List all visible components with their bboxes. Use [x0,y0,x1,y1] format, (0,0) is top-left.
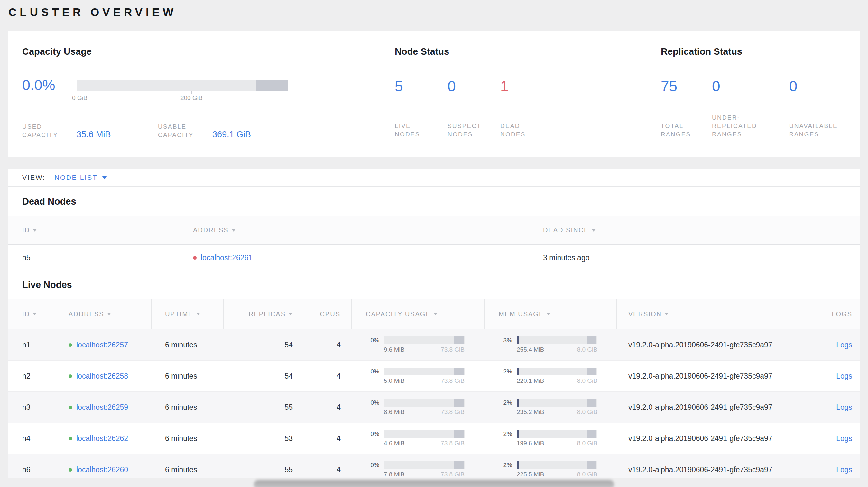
mem-usage-meter: 3% 255.4 MiB 8.0 GiB [485,329,617,360]
sort-arrow-icon [665,313,669,315]
capacity-bar [76,80,288,91]
logs-link[interactable]: Logs [836,403,852,412]
suspect-nodes-stat: 0 SUSPECT NODES [447,78,500,139]
node-address-link[interactable]: localhost:26257 [76,340,128,349]
capacity-usage-section: Capacity Usage 0.0% 0 GiB 200 GiB USED [22,45,389,139]
dead-nodes-label: DEAD NODES [500,122,540,139]
version-cell: v19.2.0-alpha.20190606-2491-gfe735c9a97 [617,329,817,360]
logs-link[interactable]: Logs [836,340,852,349]
replicas-cell: 55 [224,454,304,478]
axis-tick [191,91,192,94]
node-address-link[interactable]: localhost:26262 [76,434,128,443]
capacity-bar [384,461,465,469]
uptime-cell: 6 minutes [152,392,224,423]
total-ranges-stat: 75 TOTAL RANGES [661,78,712,139]
node-address-link[interactable]: localhost:26259 [76,403,128,412]
sort-arrow-icon [33,313,37,315]
axis-tick-label: 0 GiB [72,95,88,102]
logs-link[interactable]: Logs [836,434,852,443]
version-cell: v19.2.0-alpha.20190606-2491-gfe735c9a97 [617,454,817,478]
mem-bar [517,399,597,407]
dead-nodes-table: ID ADDRESS DEAD SINCE n5 localhost:26261… [8,216,860,271]
sort-arrow-icon [434,313,438,315]
under-replicated-count: 0 [712,78,789,95]
uptime-cell: 6 minutes [152,454,224,478]
mem-bar [517,461,597,469]
live-nodes-table: ID ADDRESS UPTIME REPLICAS CPUS CAPACITY… [8,299,860,478]
sort-arrow-icon [33,229,37,232]
version-cell: v19.2.0-alpha.20190606-2491-gfe735c9a97 [617,423,817,454]
node-address-cell: localhost:26261 [181,245,530,271]
view-label: VIEW: [22,174,45,182]
node-list-panel: VIEW: NODE LIST Dead Nodes ID ADDRESS DE… [8,168,860,478]
replicas-cell: 54 [224,329,304,360]
node-address-link[interactable]: localhost:26261 [201,254,253,262]
column-header-logs[interactable]: LOGS [817,299,860,329]
column-header-capacity-usage[interactable]: CAPACITY USAGE [352,299,485,329]
column-header-dead-since[interactable]: DEAD SINCE [530,216,860,245]
sort-arrow-icon [196,313,200,315]
replicas-cell: 53 [224,423,304,454]
bottom-shadow [254,480,614,487]
live-nodes-stat: 5 LIVE NODES [395,78,447,139]
capacity-bar [384,336,465,344]
replicas-cell: 55 [224,392,304,423]
mem-bar [517,430,597,438]
column-header-replicas[interactable]: REPLICAS [224,299,304,329]
axis-tick [134,91,134,94]
cpus-cell: 4 [304,423,352,454]
mem-bar [517,368,597,376]
uptime-cell: 6 minutes [152,361,224,391]
page-title: CLUSTER OVERVIEW [8,6,177,19]
version-cell: v19.2.0-alpha.20190606-2491-gfe735c9a97 [617,392,817,423]
dead-nodes-table-header: ID ADDRESS DEAD SINCE [8,216,860,245]
usable-capacity-stat: USABLE CAPACITY 369.1 GiB [158,123,251,139]
view-dropdown[interactable]: NODE LIST [54,174,107,182]
column-header-id[interactable]: ID [8,299,54,329]
live-nodes-count: 5 [395,78,447,95]
column-header-cpus[interactable]: CPUS [304,299,352,329]
under-replicated-ranges-stat: 0 UNDER-REPLICATED RANGES [712,78,789,139]
capacity-usage-meter: 0% 8.6 MiB 73.8 GiB [352,392,485,423]
column-header-address[interactable]: ADDRESS [181,216,530,245]
live-nodes-heading: Live Nodes [22,278,860,291]
suspect-nodes-count: 0 [447,78,500,95]
column-header-version[interactable]: VERSION [617,299,817,329]
replication-status-section: Replication Status 75 TOTAL RANGES 0 UND… [661,45,854,139]
column-header-uptime[interactable]: UPTIME [152,299,224,329]
sort-arrow-icon [107,313,111,315]
node-id-cell: n4 [8,423,54,454]
mem-usage-meter: 2% 220.1 MiB 8.0 GiB [485,361,617,391]
view-dropdown-value: NODE LIST [54,174,97,182]
node-address-link[interactable]: localhost:26258 [76,372,128,381]
version-cell: v19.2.0-alpha.20190606-2491-gfe735c9a97 [617,361,817,391]
stat-value: 369.1 GiB [212,130,251,139]
sort-arrow-icon [288,313,292,315]
node-address-cell: localhost:26260 [54,454,152,478]
logs-link[interactable]: Logs [836,465,852,474]
column-header-mem-usage[interactable]: MEM USAGE [485,299,617,329]
capacity-usage-meter: 0% 5.0 MiB 73.8 GiB [352,361,485,391]
node-address-link[interactable]: localhost:26260 [76,465,128,474]
stat-value: 35.6 MiB [76,130,111,139]
node-status-heading: Node Status [395,45,655,58]
logs-link[interactable]: Logs [836,372,852,381]
node-address-cell: localhost:26259 [54,392,152,423]
axis-tick [250,91,250,94]
view-bar: VIEW: NODE LIST [8,169,860,187]
table-row: n2 localhost:26258 6 minutes 54 4 0% 5.0… [8,361,860,392]
capacity-axis: 0 GiB 200 GiB [76,91,288,105]
column-header-address[interactable]: ADDRESS [54,299,152,329]
capacity-usage-meter: 0% 7.8 MiB 73.8 GiB [352,454,485,478]
sort-arrow-icon [592,229,595,232]
capacity-usage-meter: 0% 9.6 MiB 73.8 GiB [352,329,485,360]
capacity-usage-meter: 0% 4.6 MiB 73.8 GiB [352,423,485,454]
replication-status-heading: Replication Status [661,45,854,58]
axis-tick [76,91,77,94]
cluster-summary-card: Capacity Usage 0.0% 0 GiB 200 GiB USED [8,31,860,157]
column-header-id[interactable]: ID [8,216,181,245]
logs-cell: Logs [817,329,860,360]
table-row: n4 localhost:26262 6 minutes 53 4 0% 4.6… [8,423,860,454]
unavailable-ranges-stat: 0 UNAVAILABLE RANGES [789,78,854,139]
live-status-icon [68,468,72,472]
